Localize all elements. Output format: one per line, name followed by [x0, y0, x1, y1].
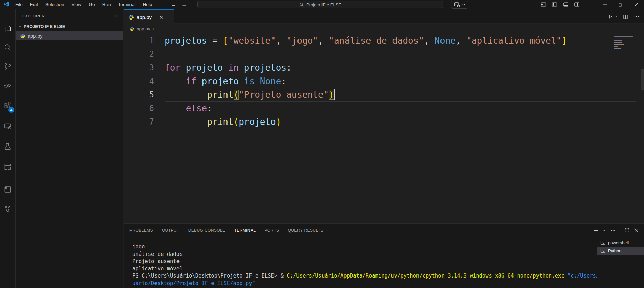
bottom-panel: PROBLEMSOUTPUTDEBUG CONSOLETERMINALPORTS…: [124, 223, 644, 288]
more-actions-icon[interactable]: [113, 13, 118, 19]
menu-go[interactable]: Go: [85, 0, 99, 9]
toggle-panel-icon[interactable]: [563, 1, 569, 8]
terminal-line-6: uário/Desktop/Projeto IF e ELSE/app.py": [132, 280, 597, 287]
panel-tab-terminal[interactable]: TERMINAL: [230, 224, 260, 237]
terminal-instance-python[interactable]: Python: [597, 247, 644, 255]
activitybar-run-debug[interactable]: [0, 78, 15, 93]
close-icon[interactable]: [628, 0, 644, 9]
toggle-primary-sidebar-icon[interactable]: [551, 1, 558, 8]
code-text: for projeto in projetos:: [154, 61, 292, 74]
activitybar-testing[interactable]: [0, 139, 15, 154]
activitybar-database[interactable]: [0, 159, 15, 174]
menu-view[interactable]: View: [68, 0, 85, 9]
panel-tab-ports[interactable]: PORTS: [260, 224, 283, 237]
menubar: FileEditSelectionViewGoRunTerminalHelp: [11, 0, 156, 9]
panel-tab-output[interactable]: OUTPUT: [158, 224, 184, 237]
nav-forward-icon[interactable]: →: [181, 1, 187, 8]
minimap[interactable]: [614, 36, 635, 50]
terminal-line-3: Projeto ausente: [132, 258, 597, 265]
activitybar-search[interactable]: [0, 40, 15, 55]
command-center[interactable]: Projeto IF e ELSE: [197, 1, 443, 8]
split-editor-icon[interactable]: [623, 14, 628, 20]
panel-tab-debug-console[interactable]: DEBUG CONSOLE: [184, 224, 230, 237]
editor-scrollbar[interactable]: [641, 69, 644, 90]
code-text: else:: [154, 102, 212, 115]
database-icon: [3, 162, 12, 171]
nav-back-icon[interactable]: ←: [171, 1, 176, 8]
panel-tab-bar: PROBLEMSOUTPUTDEBUG CONSOLETERMINALPORTS…: [124, 224, 644, 237]
activitybar-application-window[interactable]: [0, 182, 15, 197]
minimize-icon[interactable]: [597, 0, 613, 9]
more-actions-icon[interactable]: [611, 228, 616, 233]
menu-edit[interactable]: Edit: [26, 0, 42, 9]
code-line-3[interactable]: 3for projeto in projetos:: [124, 61, 644, 74]
chevron-down-icon[interactable]: [603, 229, 606, 232]
file-row-app-py[interactable]: app.py: [16, 31, 123, 40]
history-navigation: ← →: [171, 0, 187, 9]
line-number: 2: [124, 47, 154, 61]
customize-layout-icon[interactable]: [540, 1, 547, 8]
maximize-panel-icon[interactable]: [625, 228, 629, 233]
search-icon: [299, 2, 304, 7]
menu-help[interactable]: Help: [139, 0, 156, 9]
chevron-down-icon: [17, 24, 23, 29]
terminal-line-2: análise de dados: [132, 251, 597, 258]
panel-tab-problems[interactable]: PROBLEMS: [125, 224, 158, 237]
breadcrumb[interactable]: app.py › …: [124, 24, 644, 34]
sidebar-title: EXPLORER: [22, 14, 45, 18]
divider: [620, 228, 620, 233]
indent-guide: [186, 88, 186, 102]
breadcrumb-file: app.py: [137, 26, 150, 31]
folder-section[interactable]: PROJETO IF E ELSE: [16, 22, 123, 31]
code-line-6[interactable]: 6 else:: [124, 102, 644, 115]
menu-file[interactable]: File: [11, 0, 26, 9]
run-and-debug-icon: [3, 81, 12, 90]
line-number: 7: [124, 115, 154, 129]
terminal-instance-label: powershell: [608, 240, 629, 245]
indent-guide: [186, 115, 186, 129]
menu-selection[interactable]: Selection: [42, 0, 68, 9]
titlebar: FileEditSelectionViewGoRunTerminalHelp ←…: [0, 0, 644, 9]
code-text: [154, 47, 165, 61]
run-python-file-button[interactable]: [607, 14, 617, 20]
toggle-secondary-sidebar-icon[interactable]: [574, 1, 580, 8]
chevron-down-icon: [462, 3, 466, 6]
code-text: print(projeto): [154, 115, 281, 129]
line-number: 5: [124, 88, 154, 102]
code-line-5[interactable]: 5 print("Projeto ausente"): [124, 88, 644, 102]
extensions-badge: 4: [8, 107, 14, 113]
activitybar-source-control[interactable]: [0, 59, 15, 74]
chevron-down-icon: [614, 16, 617, 18]
terminal-output[interactable]: jogoanálise de dadosProjeto ausenteaplic…: [132, 237, 597, 288]
sidebar-explorer: EXPLORER PROJETO IF E ELSE app.py: [16, 9, 123, 288]
activitybar-remote-explorer[interactable]: [0, 119, 15, 134]
activitybar-organization[interactable]: [0, 201, 15, 216]
activitybar-explorer[interactable]: [0, 22, 15, 37]
launch-profile-button[interactable]: [451, 1, 468, 9]
code-area[interactable]: 1projetos = ["website", "jogo", "análise…: [124, 34, 644, 223]
menu-run[interactable]: Run: [99, 0, 115, 9]
breadcrumb-symbol: …: [157, 26, 161, 31]
line-number: 6: [124, 102, 154, 115]
close-panel-icon[interactable]: [634, 228, 639, 233]
tab-close-icon[interactable]: ✕: [159, 15, 163, 20]
code-line-4[interactable]: 4 if projeto is None:: [124, 74, 644, 88]
code-line-2[interactable]: 2: [124, 47, 644, 61]
terminal-instance-label: Python: [608, 248, 621, 253]
code-line-7[interactable]: 7 print(projeto): [124, 115, 644, 129]
terminal-line-4: aplicativo móvel: [132, 265, 597, 273]
terminal-line-5: PS C:\Users\Usuário\Desktop\Projeto IF e…: [132, 272, 597, 280]
terminal-line-1: jogo: [132, 243, 597, 251]
restore-icon[interactable]: [613, 0, 628, 9]
more-actions-icon[interactable]: [634, 14, 639, 19]
activitybar-extensions[interactable]: 4: [0, 98, 15, 113]
files-icon: [3, 25, 12, 34]
source-control-icon: [3, 62, 12, 71]
tab-app-py[interactable]: app.py ✕: [124, 9, 174, 24]
indent-guide: [166, 74, 166, 129]
terminal-instance-powershell[interactable]: powershell: [597, 239, 644, 247]
menu-terminal[interactable]: Terminal: [114, 0, 139, 9]
panel-tab-query-results[interactable]: QUERY RESULTS: [284, 224, 328, 237]
new-terminal-icon[interactable]: [593, 228, 598, 233]
code-line-1[interactable]: 1projetos = ["website", "jogo", "análise…: [124, 34, 644, 47]
